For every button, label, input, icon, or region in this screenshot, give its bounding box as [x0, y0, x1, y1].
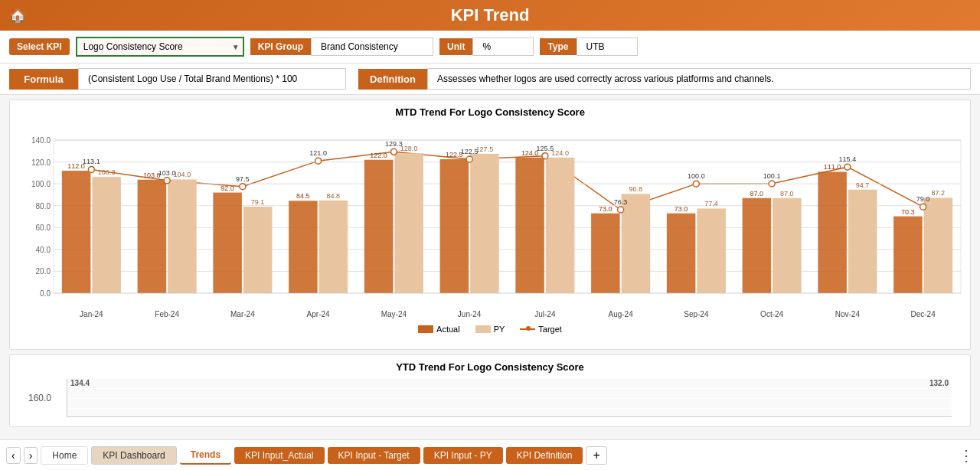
svg-text:84.5: 84.5 — [296, 192, 310, 200]
svg-rect-71 — [893, 217, 923, 293]
svg-point-94 — [769, 181, 775, 187]
legend-py-label: PY — [494, 325, 505, 334]
tab-kpi-dashboard[interactable]: KPI Dashboard — [91, 446, 176, 465]
svg-text:84.8: 84.8 — [327, 192, 341, 200]
svg-point-80 — [240, 184, 246, 190]
kpi-select[interactable]: Logo Consistency Score — [76, 37, 244, 57]
svg-text:115.4: 115.4 — [839, 155, 857, 163]
svg-text:87.0: 87.0 — [780, 190, 794, 197]
page-header: 🏠 KPI Trend — [0, 0, 980, 31]
svg-text:Feb-24: Feb-24 — [155, 310, 179, 318]
svg-text:79.1: 79.1 — [251, 198, 265, 206]
svg-text:122.5: 122.5 — [461, 148, 479, 155]
svg-rect-27 — [243, 207, 273, 293]
tab-home[interactable]: Home — [41, 446, 88, 465]
svg-text:104.0: 104.0 — [174, 171, 191, 178]
svg-point-78 — [164, 178, 170, 184]
svg-text:92.0: 92.0 — [220, 184, 234, 192]
svg-text:70.3: 70.3 — [901, 208, 915, 216]
svg-rect-42 — [470, 154, 499, 293]
svg-text:100.0: 100.0 — [688, 172, 705, 180]
svg-text:73.0: 73.0 — [599, 205, 612, 213]
svg-rect-26 — [213, 193, 242, 293]
ytd-chart-title: YTD Trend For Logo Consistency Score — [19, 361, 961, 373]
formula-block: Formula (Consistent Logo Use / Total Bra… — [9, 68, 346, 90]
ytd-last-label: 132.0 — [929, 379, 949, 387]
legend-target: Target — [520, 325, 562, 334]
svg-text:125.5: 125.5 — [537, 145, 554, 152]
svg-rect-52 — [622, 194, 651, 293]
svg-text:122.0: 122.0 — [370, 152, 387, 159]
charts-area: MTD Trend For Logo Consistency Score 0.0… — [0, 95, 980, 432]
svg-text:40.0: 40.0 — [36, 246, 51, 254]
svg-text:113.1: 113.1 — [83, 158, 100, 165]
unit-value: % — [472, 38, 534, 56]
svg-text:Sep-24: Sep-24 — [684, 310, 709, 318]
svg-text:100.1: 100.1 — [763, 172, 781, 180]
ytd-y-160: 160.0 — [28, 393, 51, 403]
svg-text:May-24: May-24 — [381, 310, 407, 318]
svg-point-98 — [920, 204, 926, 210]
svg-point-86 — [466, 156, 472, 162]
svg-text:Nov-24: Nov-24 — [835, 310, 861, 318]
svg-rect-57 — [697, 208, 726, 293]
bottom-tabs: ‹ › Home KPI Dashboard Trends KPI Input_… — [0, 439, 980, 470]
tab-menu-button[interactable]: ⋮ — [959, 446, 974, 465]
tab-kpi-input-actual[interactable]: KPI Input_Actual — [234, 447, 324, 464]
svg-text:97.5: 97.5 — [236, 175, 250, 183]
ytd-chart-card: YTD Trend For Logo Consistency Score 160… — [9, 354, 971, 427]
svg-text:Jul-24: Jul-24 — [534, 310, 556, 318]
svg-text:0.0: 0.0 — [40, 289, 51, 298]
svg-text:94.7: 94.7 — [856, 181, 870, 189]
definition-block: Definition Assesses whether logos are us… — [358, 68, 971, 90]
legend-target-label: Target — [538, 325, 562, 334]
svg-rect-47 — [546, 158, 575, 293]
svg-text:77.4: 77.4 — [704, 200, 718, 207]
svg-rect-37 — [394, 153, 423, 293]
definition-value: Assesses whether logos are used correctl… — [427, 68, 971, 90]
svg-text:Jun-24: Jun-24 — [458, 310, 482, 318]
svg-rect-31 — [289, 201, 318, 293]
svg-rect-17 — [92, 177, 121, 293]
svg-text:120.0: 120.0 — [31, 158, 51, 167]
svg-text:73.0: 73.0 — [675, 205, 688, 213]
svg-point-76 — [88, 166, 94, 172]
home-icon[interactable]: 🏠 — [9, 7, 26, 24]
svg-rect-51 — [591, 214, 620, 293]
kpi-select-wrapper: Logo Consistency Score ▼ — [76, 37, 244, 57]
tab-kpi-input-py[interactable]: KPI Input - PY — [423, 447, 503, 464]
mtd-chart-card: MTD Trend For Logo Consistency Score 0.0… — [9, 100, 971, 350]
svg-point-88 — [542, 153, 548, 159]
type-field: Type UTB — [540, 38, 637, 56]
svg-text:103.0: 103.0 — [158, 169, 176, 177]
legend-actual: Actual — [418, 325, 460, 334]
svg-rect-16 — [62, 171, 91, 293]
svg-rect-67 — [848, 190, 877, 293]
ytd-first-label: 134.4 — [70, 379, 90, 387]
svg-point-92 — [693, 181, 699, 187]
svg-text:Mar-24: Mar-24 — [230, 310, 255, 318]
nav-prev-button[interactable]: ‹ — [6, 447, 21, 464]
tab-kpi-input-target[interactable]: KPI Input - Target — [328, 447, 420, 464]
svg-point-84 — [390, 149, 397, 155]
unit-field: Unit % — [439, 38, 534, 56]
svg-rect-36 — [364, 160, 394, 293]
type-value: UTB — [577, 38, 638, 56]
svg-rect-32 — [319, 201, 348, 293]
svg-text:80.0: 80.0 — [36, 202, 51, 211]
svg-text:128.0: 128.0 — [400, 145, 418, 152]
nav-next-button[interactable]: › — [24, 447, 38, 464]
tab-kpi-definition[interactable]: KPI Definition — [506, 447, 583, 464]
svg-rect-66 — [818, 171, 847, 293]
svg-rect-62 — [773, 198, 802, 293]
svg-text:127.5: 127.5 — [476, 145, 494, 153]
svg-text:Dec-24: Dec-24 — [911, 310, 936, 318]
add-tab-button[interactable]: + — [586, 446, 606, 465]
legend-py: PY — [475, 325, 505, 334]
ytd-chart-area-inner: 134.4 132.0 — [67, 379, 952, 417]
tab-trends[interactable]: Trends — [180, 446, 231, 465]
svg-point-82 — [315, 158, 322, 164]
svg-text:79.0: 79.0 — [916, 195, 930, 203]
kpi-row: Select KPI Logo Consistency Score ▼ KPI … — [0, 31, 980, 64]
mtd-chart-title: MTD Trend For Logo Consistency Score — [19, 106, 961, 118]
